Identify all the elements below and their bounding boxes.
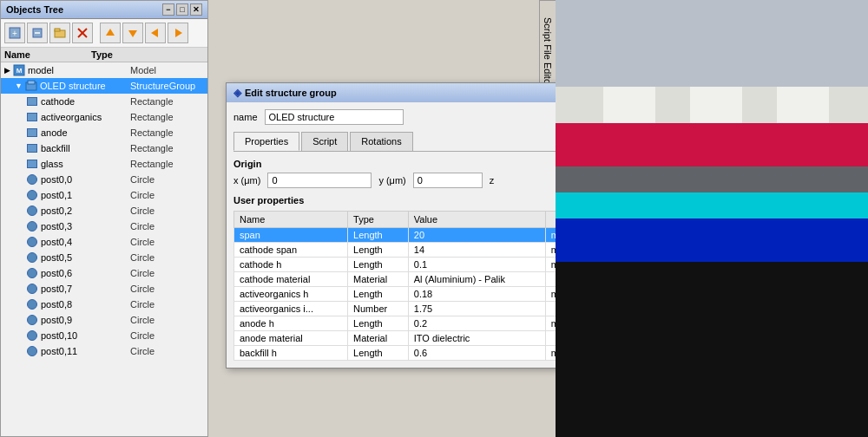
- move-up-button[interactable]: [100, 23, 121, 43]
- y-input[interactable]: [413, 173, 483, 188]
- properties-tab-content: Origin x (μm) y (μm) z User properties N…: [233, 159, 565, 361]
- dialog-tab[interactable]: Rotations: [350, 132, 412, 151]
- tree-row[interactable]: ▼OLED structureStructureGroup: [1, 78, 207, 94]
- name-input[interactable]: [265, 109, 404, 125]
- origin-label: Origin: [233, 159, 565, 169]
- props-table-row[interactable]: cathode material Material Al (Aluminium)…: [234, 272, 565, 287]
- model-icon: M: [12, 64, 26, 76]
- tree-row[interactable]: glassRectangle: [1, 156, 207, 172]
- prop-type: Length: [348, 258, 409, 272]
- svg-rect-15: [28, 81, 35, 84]
- prop-type: Length: [348, 316, 409, 331]
- tree-row[interactable]: post0,0Circle: [1, 172, 207, 187]
- tree-item-name: post0,9: [41, 315, 130, 325]
- tree-row[interactable]: post0,3Circle: [1, 218, 207, 234]
- tree-row[interactable]: backfillRectangle: [1, 140, 207, 156]
- props-table-row[interactable]: backfill h Length 0.6 m: [234, 346, 565, 361]
- circle-icon: [25, 314, 39, 326]
- tree-row[interactable]: post0,6Circle: [1, 265, 207, 281]
- edit-button[interactable]: [27, 23, 48, 43]
- col-value-header: Value: [408, 212, 545, 228]
- tree-row[interactable]: post0,2Circle: [1, 203, 207, 218]
- props-table-row[interactable]: activeorganics h Length 0.18 m: [234, 287, 565, 302]
- move-right-button[interactable]: [168, 23, 188, 43]
- circle-icon: [25, 298, 39, 310]
- props-table-row[interactable]: anode h Length 0.2 m: [234, 316, 565, 331]
- svg-rect-19: [603, 87, 655, 123]
- props-table-row[interactable]: cathode h Length 0.1 m: [234, 258, 565, 272]
- tree-row[interactable]: post0,1Circle: [1, 187, 207, 203]
- delete-button[interactable]: [72, 23, 93, 43]
- tree-row[interactable]: post0,7Circle: [1, 281, 207, 297]
- prop-value: 20: [408, 228, 545, 243]
- tree-item-type: Circle: [130, 315, 204, 325]
- tree-row[interactable]: post0,11Circle: [1, 343, 207, 359]
- prop-type: Number: [348, 302, 409, 316]
- tree-row[interactable]: post0,4Circle: [1, 234, 207, 250]
- folder-button[interactable]: [49, 23, 70, 43]
- tree-item-type: Rectangle: [130, 112, 204, 122]
- props-table-row[interactable]: anode material Material ITO dielectric: [234, 331, 565, 346]
- circle-icon: [25, 267, 39, 279]
- x-label: x (μm): [233, 175, 260, 186]
- tree-item-type: StructureGroup: [130, 81, 204, 91]
- move-down-button[interactable]: [122, 23, 143, 43]
- svg-text:+: +: [12, 29, 17, 38]
- tree-item-name: glass: [41, 159, 130, 169]
- tree-content[interactable]: ▶MmodelModel▼OLED structureStructureGrou…: [1, 62, 207, 436]
- prop-name: anode material: [234, 331, 348, 346]
- prop-name: activeorganics i...: [234, 302, 348, 316]
- tree-item-name: post0,7: [41, 284, 130, 294]
- tree-item-name: post0,4: [41, 237, 130, 247]
- props-table-row[interactable]: cathode span Length 14 m: [234, 243, 565, 258]
- panel-titlebar: Objects Tree − □ ✕: [1, 1, 207, 19]
- tree-row[interactable]: post0,10Circle: [1, 328, 207, 343]
- tree-row[interactable]: cathodeRectangle: [1, 94, 207, 109]
- circle-icon: [25, 251, 39, 264]
- tree-item-name: backfill: [41, 143, 130, 153]
- panel-title: Objects Tree: [6, 4, 63, 15]
- prop-name: activeorganics h: [234, 287, 348, 302]
- close-button[interactable]: ✕: [190, 3, 202, 16]
- move-left-button[interactable]: [145, 23, 166, 43]
- tree-item-type: Circle: [130, 284, 204, 294]
- props-table-row[interactable]: span Length 20 m: [234, 228, 565, 243]
- structure-icon: [24, 80, 38, 92]
- x-input[interactable]: [267, 173, 372, 188]
- svg-marker-10: [151, 29, 158, 37]
- svg-rect-25: [556, 218, 868, 262]
- tree-item-name: post0,0: [41, 174, 130, 185]
- minimize-button[interactable]: −: [162, 3, 174, 16]
- restore-button[interactable]: □: [176, 3, 188, 16]
- tree-row[interactable]: ▶MmodelModel: [1, 62, 207, 78]
- oled-visualization: [556, 0, 868, 437]
- dialog-tab[interactable]: Script: [301, 132, 348, 151]
- script-tab-label: Script File Editor: [542, 17, 553, 88]
- svg-rect-21: [777, 87, 829, 123]
- svg-text:M: M: [16, 67, 23, 75]
- prop-name: span: [234, 228, 348, 243]
- tree-item-type: Circle: [130, 252, 204, 263]
- tree-item-type: Circle: [130, 174, 204, 185]
- tree-item-type: Circle: [130, 190, 204, 200]
- svg-rect-5: [55, 29, 60, 31]
- properties-table: Name Type Value span Length 20 mcathode …: [233, 211, 565, 361]
- tree-item-type: Circle: [130, 205, 204, 216]
- tree-row[interactable]: activeorganicsRectangle: [1, 109, 207, 125]
- objects-tree-panel: Objects Tree − □ ✕ +: [0, 0, 208, 437]
- tree-row[interactable]: post0,5Circle: [1, 250, 207, 265]
- tree-item-name: post0,3: [41, 221, 130, 232]
- dialog-titlebar: ◈ Edit structure group: [227, 83, 572, 102]
- props-table-row[interactable]: activeorganics i... Number 1.75: [234, 302, 565, 316]
- add-button[interactable]: +: [4, 23, 25, 43]
- tree-row[interactable]: post0,8Circle: [1, 297, 207, 312]
- prop-name: cathode material: [234, 272, 348, 287]
- tree-row[interactable]: anodeRectangle: [1, 125, 207, 140]
- rectangle-icon: [25, 158, 39, 170]
- tree-col-type: Type: [91, 49, 113, 60]
- tree-row[interactable]: post0,9Circle: [1, 312, 207, 328]
- tree-item-type: Circle: [130, 237, 204, 247]
- dialog-tab[interactable]: Properties: [233, 132, 299, 151]
- tree-item-type: Circle: [130, 299, 204, 310]
- svg-rect-17: [556, 0, 868, 87]
